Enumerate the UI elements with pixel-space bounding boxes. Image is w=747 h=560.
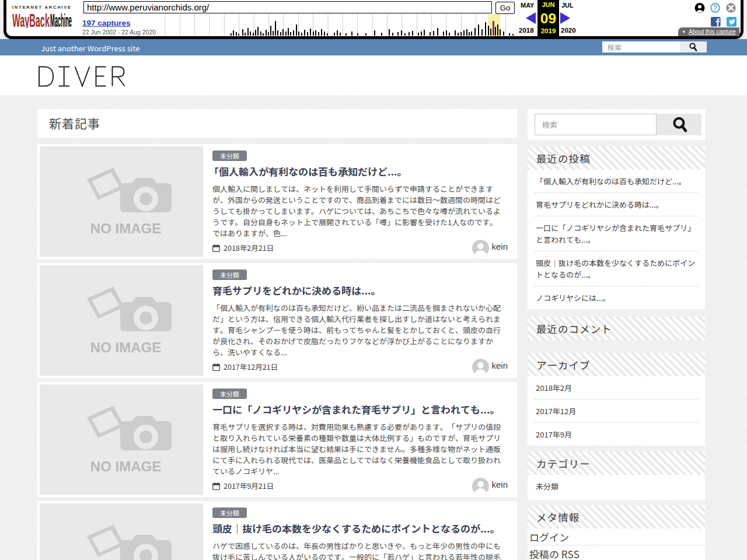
svg-text:?: ?: [713, 4, 718, 12]
